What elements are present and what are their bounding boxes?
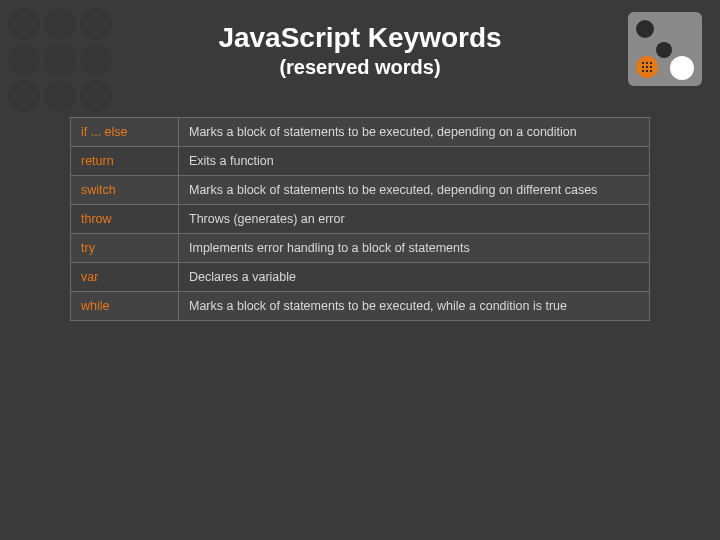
- background-dots: [8, 8, 112, 112]
- keyword-cell: return: [71, 147, 179, 176]
- table-row: try Implements error handling to a block…: [71, 234, 650, 263]
- keyword-cell: switch: [71, 176, 179, 205]
- description-cell: Marks a block of statements to be execut…: [179, 118, 650, 147]
- keyword-cell: try: [71, 234, 179, 263]
- description-cell: Implements error handling to a block of …: [179, 234, 650, 263]
- table-row: return Exits a function: [71, 147, 650, 176]
- table-row: if ... else Marks a block of statements …: [71, 118, 650, 147]
- table-row: switch Marks a block of statements to be…: [71, 176, 650, 205]
- keyword-cell: while: [71, 292, 179, 321]
- description-cell: Declares a variable: [179, 263, 650, 292]
- description-cell: Marks a block of statements to be execut…: [179, 176, 650, 205]
- table-row: var Declares a variable: [71, 263, 650, 292]
- description-cell: Exits a function: [179, 147, 650, 176]
- keyword-cell: var: [71, 263, 179, 292]
- keywords-table: if ... else Marks a block of statements …: [70, 117, 650, 321]
- logo: [628, 12, 702, 86]
- table-row: while Marks a block of statements to be …: [71, 292, 650, 321]
- keyword-cell: if ... else: [71, 118, 179, 147]
- keywords-table-wrap: if ... else Marks a block of statements …: [70, 117, 650, 321]
- keyword-cell: throw: [71, 205, 179, 234]
- description-cell: Throws (generates) an error: [179, 205, 650, 234]
- description-cell: Marks a block of statements to be execut…: [179, 292, 650, 321]
- table-row: throw Throws (generates) an error: [71, 205, 650, 234]
